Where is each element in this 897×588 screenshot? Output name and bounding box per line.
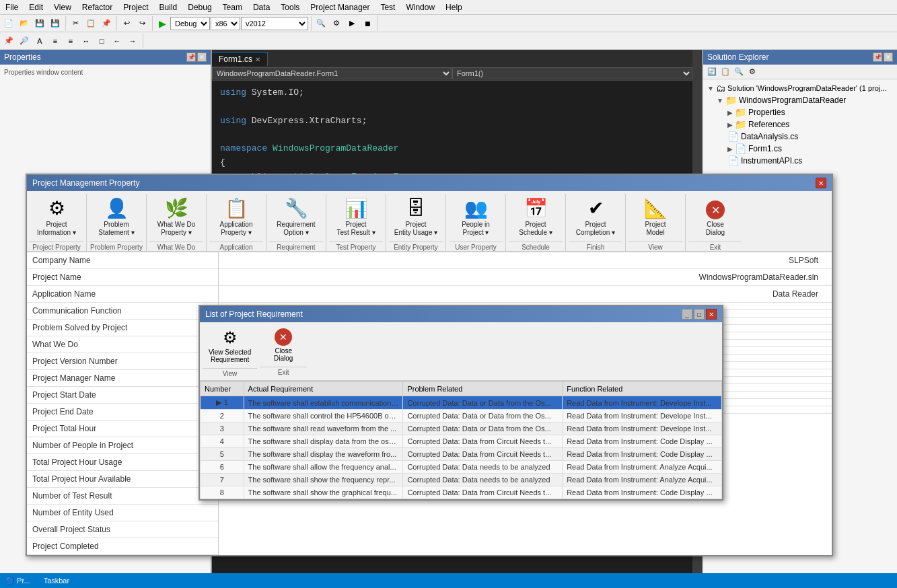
req-close-btn[interactable]: ✕ Close Dialog: [260, 325, 307, 365]
method-dropdown[interactable]: Form1(): [452, 67, 692, 79]
prop-entity-used[interactable]: Number of Entity Used: [27, 505, 218, 521]
save-all-btn[interactable]: 💾: [48, 16, 63, 31]
sec-btn3[interactable]: A: [32, 34, 47, 48]
pm-window-close[interactable]: ✕: [816, 178, 826, 188]
sec-btn7[interactable]: □: [94, 34, 109, 48]
menu-data[interactable]: Data: [248, 1, 275, 13]
prop-overall-status[interactable]: Overall Project Status: [27, 521, 218, 538]
ribbon-btn-what-we-do[interactable]: 🌿 What We DoProperty ▾: [149, 194, 203, 240]
copy-btn[interactable]: 📋: [83, 16, 98, 31]
misc-btn3[interactable]: ▶: [345, 16, 359, 31]
menu-help[interactable]: Help: [440, 1, 468, 13]
prop-comm-function[interactable]: Communication Function: [27, 303, 218, 320]
ribbon-btn-problem[interactable]: 👤 ProblemStatement ▾: [89, 194, 143, 240]
dataanalysis-node[interactable]: 📄 DataAnalysis.cs: [706, 131, 894, 143]
sec-btn8[interactable]: ←: [110, 34, 124, 48]
properties-close-btn[interactable]: ✕: [197, 52, 207, 62]
properties-pin-btn[interactable]: 📌: [186, 52, 196, 62]
ribbon-btn-requirement[interactable]: 🔧 RequirementOption ▾: [269, 194, 323, 240]
sec-btn9[interactable]: →: [125, 34, 140, 48]
cut-btn[interactable]: ✂: [68, 16, 83, 31]
ribbon-btn-entity[interactable]: 🗄 ProjectEntity Usage ▾: [389, 194, 443, 240]
misc-btn2[interactable]: ⚙: [329, 16, 344, 31]
ribbon-btn-project-info[interactable]: ⚙ ProjectInformation ▾: [30, 194, 83, 240]
sol-tool3[interactable]: 🔍: [733, 66, 745, 78]
prop-company-name[interactable]: Company Name: [27, 252, 218, 269]
sol-tool1[interactable]: 🔄: [706, 66, 718, 78]
menu-project[interactable]: Project: [118, 1, 153, 13]
menu-window[interactable]: Window: [400, 1, 440, 13]
req-view-btn[interactable]: ⚙ View Selected Requirement: [203, 325, 257, 367]
version-select[interactable]: v2012: [241, 17, 308, 30]
sec-btn6[interactable]: ↔: [79, 34, 94, 48]
play-btn[interactable]: ▶: [155, 16, 170, 31]
sol-pin-btn[interactable]: 📌: [873, 52, 882, 62]
menu-file[interactable]: File: [0, 1, 24, 13]
prop-end-date[interactable]: Project End Date: [27, 404, 218, 420]
sol-close-btn[interactable]: ✕: [884, 52, 893, 62]
ribbon-btn-schedule[interactable]: 📅 ProjectSchedule ▾: [509, 194, 563, 240]
menu-edit[interactable]: Edit: [24, 1, 48, 13]
instrumentapi-node[interactable]: 📄 InstrumentAPI.cs: [706, 155, 894, 167]
req-table-row[interactable]: 4The software shall display data from th…: [201, 435, 722, 448]
prop-completed[interactable]: Project Completed: [27, 538, 218, 555]
ribbon-btn-close-dialog[interactable]: ✕ CloseDialog: [688, 197, 742, 240]
prop-project-name[interactable]: Project Name: [27, 269, 218, 286]
req-table-row[interactable]: 7The software shall show the frequency r…: [201, 474, 722, 486]
ribbon-btn-test[interactable]: 📊 ProjectTest Result ▾: [329, 194, 383, 240]
form1-node[interactable]: ▶ 📄 Form1.cs: [706, 143, 894, 155]
prop-test-result[interactable]: Number of Test Result: [27, 488, 218, 505]
new-btn[interactable]: 📄: [1, 16, 16, 31]
platform-select[interactable]: x86: [211, 17, 240, 30]
tab-close-btn[interactable]: ✕: [255, 56, 260, 63]
req-table-row[interactable]: 2The software shall control the HP54600B…: [201, 410, 722, 422]
prop-num-people[interactable]: Number of People in Project: [27, 437, 218, 454]
ribbon-btn-completion[interactable]: ✔ ProjectCompletion ▾: [569, 194, 622, 240]
paste-btn[interactable]: 📌: [99, 16, 114, 31]
save-btn[interactable]: 💾: [32, 16, 47, 31]
req-table-row[interactable]: 3The software shall read waveform from t…: [201, 422, 722, 435]
menu-test[interactable]: Test: [375, 1, 400, 13]
sec-btn5[interactable]: ≡: [63, 34, 78, 48]
menu-team[interactable]: Team: [217, 1, 248, 13]
ribbon-btn-model[interactable]: 📐 ProjectModel: [629, 194, 682, 240]
project-root[interactable]: ▼ 📁 WindowsProgramDataReader: [706, 94, 894, 106]
req-minimize-btn[interactable]: _: [682, 309, 692, 320]
ribbon-btn-people[interactable]: 👥 People inProject ▾: [449, 194, 503, 240]
solution-root[interactable]: ▼ 🗂 Solution 'WindowsProgramDataReader' …: [706, 82, 894, 94]
form1-cs-tab[interactable]: Form1.cs ✕: [212, 52, 268, 66]
references-node[interactable]: ▶ 📁 References: [706, 118, 894, 131]
req-table-row[interactable]: 5The software shall display the waveform…: [201, 448, 722, 461]
menu-project-manager[interactable]: Project Manager: [305, 1, 375, 13]
prop-hour-usage[interactable]: Total Project Hour Usage: [27, 454, 218, 471]
properties-node[interactable]: ▶ 📁 Properties: [706, 106, 894, 118]
menu-refactor[interactable]: Refactor: [77, 1, 118, 13]
menu-tools[interactable]: Tools: [275, 1, 305, 13]
prop-total-hour[interactable]: Project Total Hour: [27, 420, 218, 437]
req-table-row[interactable]: ▶1The software shall establish communica…: [201, 396, 722, 410]
prop-what-we-do[interactable]: What We Do: [27, 336, 218, 353]
prop-application-name[interactable]: Application Name: [27, 286, 218, 303]
class-dropdown[interactable]: WindowsProgramDataReader.Form1: [212, 67, 452, 79]
ribbon-btn-application[interactable]: 📋 ApplicationProperty ▾: [209, 194, 263, 240]
sol-tool2[interactable]: 📋: [719, 66, 731, 78]
prop-manager[interactable]: Project Manager Name: [27, 370, 218, 387]
debug-mode-select[interactable]: Debug: [170, 17, 210, 30]
open-btn[interactable]: 📂: [17, 16, 32, 31]
menu-view[interactable]: View: [48, 1, 77, 13]
prop-hour-available[interactable]: Total Project Hour Available: [27, 471, 218, 488]
redo-btn[interactable]: ↪: [135, 16, 149, 31]
misc-btn4[interactable]: ⏹: [360, 16, 375, 31]
prop-problem-solved[interactable]: Problem Solved by Project: [27, 320, 218, 336]
req-table-row[interactable]: 8The software shall show the graphical f…: [201, 486, 722, 499]
sol-tool4[interactable]: ⚙: [746, 66, 758, 78]
prop-start-date[interactable]: Project Start Date: [27, 387, 218, 404]
req-restore-btn[interactable]: □: [694, 309, 705, 320]
sec-btn2[interactable]: 🔎: [17, 34, 32, 48]
sec-btn4[interactable]: ≡: [48, 34, 63, 48]
undo-btn[interactable]: ↩: [119, 16, 134, 31]
prop-version[interactable]: Project Version Number: [27, 353, 218, 370]
misc-btn1[interactable]: 🔍: [314, 16, 328, 31]
sec-btn1[interactable]: 📌: [1, 34, 16, 48]
req-table-row[interactable]: 6The software shall allow the frequency …: [201, 461, 722, 474]
